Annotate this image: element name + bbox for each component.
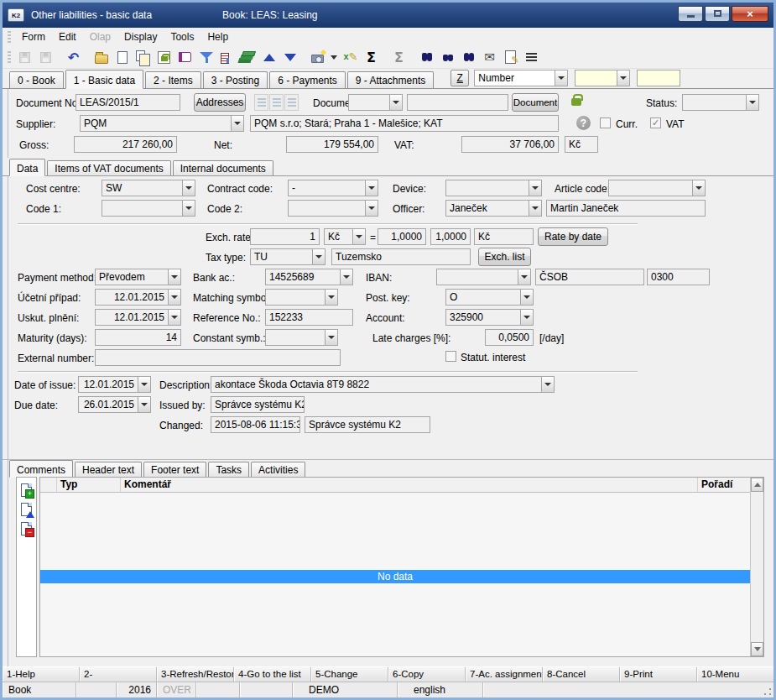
constant-symb-value[interactable] — [265, 329, 326, 346]
chevron-down-icon[interactable] — [138, 376, 151, 393]
late-charges-field[interactable]: 0,0500 — [485, 329, 534, 346]
article-code-combo[interactable] — [608, 180, 706, 196]
post-key-value[interactable]: O — [445, 289, 521, 306]
vat-checkbox[interactable]: ✓ — [650, 118, 661, 128]
exch-currency-value[interactable]: Kč — [324, 228, 353, 245]
scroll-up-icon[interactable] — [751, 478, 763, 492]
tab-payments[interactable]: 6 - Payments — [269, 71, 346, 88]
vat-amount-field[interactable]: 37 706,00 — [461, 136, 559, 153]
fkey-refresh[interactable]: 3-Refresh/Restore — [157, 667, 234, 682]
account-combo[interactable]: 325900 — [445, 309, 534, 326]
status-value[interactable] — [682, 94, 747, 111]
document-type-value[interactable] — [348, 94, 390, 111]
menu-tools[interactable]: Tools — [164, 29, 201, 44]
quick-filter-value[interactable] — [575, 70, 617, 86]
chevron-down-icon[interactable] — [182, 200, 195, 217]
toolbar-grip-handle[interactable] — [8, 51, 11, 63]
chevron-down-icon[interactable] — [692, 180, 706, 196]
undo-icon[interactable]: ↶ — [64, 48, 83, 66]
chevron-down-icon[interactable] — [746, 94, 759, 111]
chevron-down-icon[interactable] — [231, 115, 244, 132]
chevron-down-icon[interactable] — [365, 200, 378, 217]
chevron-down-icon[interactable] — [168, 289, 181, 306]
tab-footer-text[interactable]: Footer text — [143, 462, 206, 477]
uskut-plneni-value[interactable]: 12.01.2015 — [95, 309, 169, 326]
chevron-down-icon[interactable] — [365, 180, 378, 196]
chevron-down-icon[interactable] — [340, 269, 353, 285]
tab-attachments[interactable]: 9 - Attachments — [347, 71, 434, 88]
device-value[interactable] — [445, 180, 529, 196]
ucetni-pripad-date-combo[interactable]: 12.01.2015 — [95, 289, 181, 306]
menu-icon[interactable] — [522, 48, 541, 66]
maturity-field[interactable]: 14 — [95, 329, 181, 346]
document-button[interactable]: Document — [512, 93, 559, 112]
chevron-down-icon[interactable] — [520, 309, 534, 326]
chevron-down-icon[interactable] — [520, 289, 534, 306]
curr-checkbox[interactable] — [600, 118, 611, 128]
fkey-change[interactable]: 5-Change — [311, 667, 388, 682]
chevron-down-icon[interactable] — [529, 200, 542, 217]
fkey-ac-assignment[interactable]: 7-Ac. assignment — [466, 667, 543, 682]
find-document-icon[interactable] — [459, 48, 478, 66]
due-date-combo[interactable]: 26.01.2015 — [78, 396, 151, 413]
tab-basic-data[interactable]: 1 - Basic data — [65, 70, 143, 89]
uskut-plneni-date-combo[interactable]: 12.01.2015 — [95, 309, 181, 326]
quick-filter-combo[interactable] — [575, 70, 630, 86]
iban-combo[interactable] — [436, 269, 531, 285]
external-number-field[interactable] — [95, 349, 341, 366]
poradi-column-header[interactable]: Pořadí — [698, 478, 750, 492]
tab-book[interactable]: 0 - Book — [9, 71, 64, 88]
supplier-value[interactable]: PQM — [80, 115, 232, 132]
exch-list-button[interactable]: Exch. list — [478, 248, 531, 266]
sort-combo-value[interactable]: Number — [474, 70, 555, 86]
matching-symbol-value[interactable] — [265, 289, 326, 306]
menu-grip-handle[interactable] — [8, 31, 11, 43]
fkey-print[interactable]: 9-Print — [620, 667, 697, 682]
chevron-down-icon[interactable] — [352, 228, 366, 245]
chevron-down-icon[interactable] — [182, 180, 195, 196]
typ-column-header[interactable]: Typ — [57, 478, 121, 492]
notes-icon[interactable] — [501, 48, 520, 66]
document-no-field[interactable]: LEAS/2015/1 — [76, 94, 180, 111]
menu-edit[interactable]: Edit — [52, 29, 83, 44]
ucetni-pripad-value[interactable]: 12.01.2015 — [95, 289, 169, 306]
scroll-down-icon[interactable] — [751, 642, 763, 656]
payment-method-value[interactable]: Převodem — [95, 269, 169, 285]
minimize-button[interactable] — [678, 6, 703, 22]
sum-icon[interactable]: Σ — [362, 48, 381, 66]
addresses-button[interactable]: Addresses — [194, 93, 246, 112]
cost-centre-value[interactable]: SW — [102, 180, 183, 196]
tab-comments[interactable]: Comments — [9, 460, 73, 478]
date-of-issue-value[interactable]: 12.01.2015 — [78, 376, 138, 393]
rate2-field[interactable]: 1,0000 — [430, 228, 471, 245]
export-icon[interactable] — [238, 48, 258, 66]
quick-search-field[interactable] — [637, 70, 680, 86]
find-next-icon[interactable] — [438, 48, 457, 66]
bank-ac-value[interactable]: 14525689 — [265, 269, 341, 285]
fkey-menu[interactable]: 10-Menu — [697, 667, 773, 682]
camera-icon[interactable] — [308, 48, 327, 66]
chevron-down-icon[interactable] — [312, 248, 326, 265]
date-of-issue-combo[interactable]: 12.01.2015 — [78, 376, 151, 393]
code2-combo[interactable] — [288, 200, 378, 217]
camera-menu-icon[interactable] — [329, 48, 339, 66]
chevron-down-icon[interactable] — [389, 94, 403, 111]
tab-items[interactable]: 2 - Items — [145, 71, 201, 88]
find-icon[interactable] — [417, 48, 436, 66]
code1-value[interactable] — [102, 200, 183, 217]
vertical-scrollbar[interactable] — [750, 478, 763, 656]
change-comment-icon[interactable] — [21, 503, 32, 516]
tax-type-combo[interactable]: TU — [250, 248, 326, 265]
payment-method-combo[interactable]: Převodem — [95, 269, 181, 285]
post-key-combo[interactable]: O — [445, 289, 534, 306]
resize-grip[interactable] — [763, 687, 772, 696]
description-value[interactable]: akontace Škoda Octavia 8T9 8822 — [211, 376, 542, 393]
book-icon[interactable] — [175, 48, 195, 66]
tax-type-value[interactable]: TU — [250, 248, 313, 265]
tab-tasks[interactable]: Tasks — [208, 462, 249, 477]
reference-no-field[interactable]: 152233 — [265, 309, 353, 326]
menu-help[interactable]: Help — [201, 29, 235, 44]
chevron-down-icon[interactable] — [518, 269, 531, 285]
fkey-cancel[interactable]: 8-Cancel — [543, 667, 620, 682]
document-ref-field[interactable] — [407, 94, 508, 111]
